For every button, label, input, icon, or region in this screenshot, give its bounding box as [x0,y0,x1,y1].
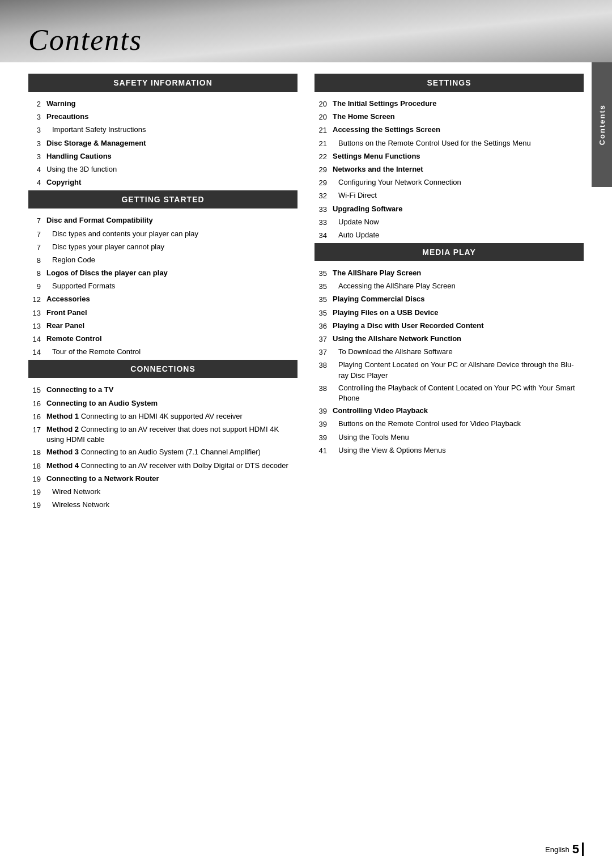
toc-number: 13 [28,308,46,318]
toc-number: 3 [28,125,46,135]
toc-entry: 39Buttons on the Remote Control used for… [314,419,584,429]
toc-text: Copyright [46,177,298,188]
toc-text: Buttons on the Remote Control used for V… [333,419,584,429]
toc-entry: 3Handling Cautions [28,151,298,162]
left-column: SAFETY INFORMATION2Warning3Precautions3I… [28,74,298,513]
toc-number: 19 [28,487,46,497]
section-settings: SETTINGS20The Initial Settings Procedure… [314,74,584,241]
toc-text: Disc Storage & Management [46,138,298,148]
toc-text: The AllShare Play Screen [333,268,584,278]
toc-text: The Home Screen [333,112,584,122]
toc-number: 7 [28,242,46,253]
toc-number: 2 [28,99,46,109]
toc-text: Playing a Disc with User Recorded Conten… [333,321,584,331]
toc-text: Disc types and contents your player can … [46,229,298,239]
toc-entry: 34Auto Update [314,230,584,241]
toc-number: 41 [314,445,333,456]
toc-text: Disc types your player cannot play [46,242,298,252]
toc-text: Using the Tools Menu [333,432,584,442]
toc-text: Wireless Network [46,500,298,510]
toc-number: 19 [28,500,46,510]
toc-text: Playing Content Located on Your PC or Al… [333,360,584,380]
toc-number: 8 [28,255,46,266]
toc-text: Playing Files on a USB Device [333,308,584,318]
toc-text: Accessories [46,294,298,304]
section-header-connections: CONNECTIONS [28,360,298,378]
toc-number: 37 [314,347,333,358]
toc-text: Disc and Format Compatibility [46,215,298,225]
toc-entry: 3Disc Storage & Management [28,138,298,149]
toc-number: 3 [28,112,46,122]
toc-entry: 13Rear Panel [28,321,298,331]
toc-number: 16 [28,411,46,422]
toc-number: 32 [314,190,333,201]
toc-text: Important Safety Instructions [46,125,298,135]
toc-text: Controlling the Playback of Content Loca… [333,383,584,403]
toc-number: 33 [314,217,333,228]
toc-entry: 20The Home Screen [314,112,584,122]
section-header-safety: SAFETY INFORMATION [28,74,298,92]
section-safety: SAFETY INFORMATION2Warning3Precautions3I… [28,74,298,188]
toc-text: Region Code [46,255,298,265]
toc-number: 7 [28,229,46,240]
footer-page-number: 5 [572,842,579,857]
toc-text: Handling Cautions [46,151,298,161]
toc-number: 37 [314,334,333,344]
toc-text: Connecting to a TV [46,385,298,395]
toc-entry: 38Playing Content Located on Your PC or … [314,360,584,380]
toc-number: 4 [28,177,46,188]
toc-number: 34 [314,230,333,241]
toc-number: 14 [28,347,46,358]
toc-text: Upgrading Software [333,204,584,214]
toc-number: 35 [314,294,333,305]
toc-entry: 33Upgrading Software [314,204,584,215]
toc-number: 39 [314,419,333,429]
toc-text: Using the 3D function [46,164,298,175]
toc-entry: 15Connecting to a TV [28,385,298,395]
toc-number: 13 [28,321,46,331]
toc-entry: 3Precautions [28,112,298,122]
content-area: SAFETY INFORMATION2Warning3Precautions3I… [0,62,612,547]
toc-entry: 32Wi-Fi Direct [314,190,584,201]
toc-number: 12 [28,294,46,305]
toc-entry: 35Playing Commercial Discs [314,294,584,305]
toc-text: Using the View & Options Menus [333,445,584,456]
section-getting-started: GETTING STARTED7Disc and Format Compatib… [28,190,298,358]
section-header-settings: SETTINGS [314,74,584,92]
toc-number: 8 [28,268,46,279]
toc-entry: 36Playing a Disc with User Recorded Cont… [314,321,584,331]
toc-entry: 21Buttons on the Remote Control Used for… [314,138,584,149]
toc-entry: 9Supported Formats [28,281,298,292]
toc-text: Logos of Discs the player can play [46,268,298,278]
footer-bar [582,843,584,856]
section-media-play: MEDIA PLAY35The AllShare Play Screen35Ac… [314,243,584,456]
toc-number: 14 [28,334,46,344]
toc-entry: 7Disc types and contents your player can… [28,229,298,240]
toc-entry: 21Accessing the Settings Screen [314,125,584,135]
section-header-media-play: MEDIA PLAY [314,243,584,261]
toc-text: Using the Allshare Network Function [333,334,584,344]
toc-number: 38 [314,360,333,371]
toc-text: Method 2 Connecting to an AV receiver th… [46,424,298,445]
toc-entry: 35The AllShare Play Screen [314,268,584,279]
toc-entry: 8Logos of Discs the player can play [28,268,298,279]
toc-text: The Initial Settings Procedure [333,99,584,109]
footer-language: English [545,845,570,854]
right-column: SETTINGS20The Initial Settings Procedure… [314,74,584,513]
toc-entry: 3Important Safety Instructions [28,125,298,135]
toc-text: Playing Commercial Discs [333,294,584,304]
toc-entry: 2Warning [28,99,298,109]
toc-number: 15 [28,385,46,395]
toc-text: Method 1 Connecting to an HDMI 4K suppor… [46,411,298,422]
section-header-getting-started: GETTING STARTED [28,190,298,209]
toc-entry: 38Controlling the Playback of Content Lo… [314,383,584,403]
toc-entry: 18Method 4 Connecting to an AV receiver … [28,461,298,471]
toc-number: 7 [28,215,46,226]
side-tab: Contents [592,62,612,187]
toc-entry: 19Wired Network [28,487,298,497]
toc-entry: 35Accessing the AllShare Play Screen [314,281,584,292]
toc-text: Tour of the Remote Control [46,347,298,357]
toc-number: 35 [314,308,333,318]
toc-number: 9 [28,281,46,292]
toc-number: 21 [314,125,333,135]
